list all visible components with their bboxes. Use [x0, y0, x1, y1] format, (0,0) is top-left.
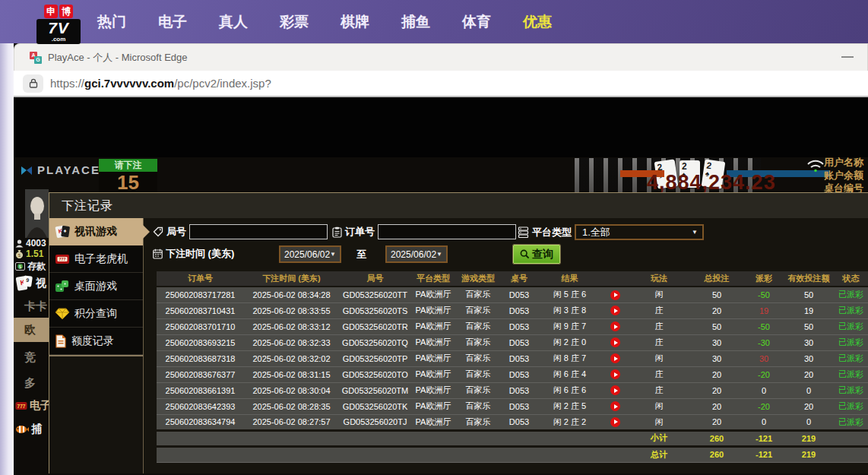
cell-result: 闲 5 庄 6	[537, 287, 602, 302]
cell-result: 闲 9 庄 7	[537, 318, 602, 334]
replay-play-icon[interactable]	[610, 401, 620, 411]
search-button[interactable]: 查询	[513, 245, 560, 264]
cell-bet-time: 2025-06-02 08:34:28	[244, 287, 339, 302]
replay-play-icon[interactable]	[610, 353, 620, 363]
tab-credit-records[interactable]: 额度记录	[49, 328, 143, 355]
cell-order-no: 250602083701710	[157, 318, 244, 334]
nav-item-boardgames[interactable]: 棋牌	[341, 12, 369, 32]
user-id-row: 4003	[15, 238, 46, 249]
cell-total-bet: 50	[690, 318, 743, 334]
document-icon	[55, 334, 67, 348]
rail-fishing-item[interactable]: 捕	[15, 423, 42, 436]
tab-points-query[interactable]: 积分查询	[49, 300, 143, 328]
account-balance-label: 账户余额	[824, 169, 868, 182]
replay-play-icon[interactable]	[610, 417, 620, 427]
cell-total-bet: 50	[690, 287, 743, 302]
cell-result: 闲 6 庄 6	[537, 382, 602, 398]
tab-slots[interactable]: 777 电子老虎机	[49, 245, 143, 273]
cell-game-type: 百家乐	[455, 414, 501, 430]
replay-play-icon[interactable]	[610, 337, 620, 347]
shenbo-7v-logo[interactable]: 申 博 7V .com	[36, 5, 81, 44]
cell-order-no: 250602083710431	[157, 302, 244, 318]
replay-play-icon[interactable]	[610, 369, 620, 379]
rail-jing-item[interactable]: 竞	[14, 350, 36, 365]
replay-play-icon[interactable]	[610, 290, 620, 300]
lobby-left-rail: 4003 $ 1.51 $ 存款 K9 视 卡卡 欧	[14, 173, 49, 473]
deposit-item[interactable]: $ 存款	[15, 260, 46, 273]
tab-live-games[interactable]: K♠ 视讯游戏	[49, 218, 143, 245]
grand-total-status-empty	[833, 446, 868, 462]
cell-play-type: 闲	[628, 350, 690, 366]
cell-status: 已派彩	[833, 366, 868, 382]
nav-item-hot[interactable]: 热门	[97, 12, 126, 32]
bet-records-table: 订单号下注时间 (美东)局号平台类型游戏类型桌号结果玩法总投注派彩有效投注额状态…	[157, 271, 868, 463]
nav-item-lottery[interactable]: 彩票	[280, 12, 309, 32]
url-path: /pc/pcv2/index.jsp?	[174, 77, 271, 90]
cell-result: 闲 2 庄 5	[537, 398, 602, 414]
column-header: 有效投注额	[784, 271, 833, 287]
rail-europe-item-selected[interactable]: 欧	[14, 318, 49, 342]
replay-play-icon[interactable]	[610, 385, 620, 395]
grand-total-label: 总计	[628, 446, 690, 462]
replay-play-icon[interactable]	[610, 321, 620, 331]
deposit-icon: $	[15, 262, 25, 271]
account-username-label: 用户名称	[824, 156, 868, 169]
clipboard-icon	[332, 226, 342, 238]
avatar[interactable]	[25, 189, 49, 238]
column-header: 平台类型	[411, 271, 455, 287]
cell-game-type: 百家乐	[455, 366, 501, 382]
nav-item-fishing[interactable]: 捕鱼	[401, 12, 430, 32]
rail-video-item[interactable]: K9 视	[15, 274, 46, 293]
nav-item-sports[interactable]: 体育	[462, 12, 491, 32]
column-header: 状态	[833, 271, 868, 287]
cell-status: 已派彩	[833, 414, 868, 430]
diamond-icon	[55, 308, 70, 320]
cell-game-type: 百家乐	[455, 382, 501, 398]
column-header: 游戏类型	[455, 271, 501, 287]
window-title: PlayAce - 个人 - Microsoft Edge	[48, 51, 188, 65]
nav-item-promotions[interactable]: 优惠	[523, 12, 552, 32]
cell-status: 已派彩	[833, 334, 868, 350]
rail-slots-label: 电子	[30, 399, 49, 413]
rail-duo-item[interactable]: 多	[14, 376, 36, 391]
grand-total-row: 总计 260 -121 219	[157, 446, 868, 462]
cell-payout: 0	[743, 414, 784, 430]
address-bar[interactable]: https://gci.7vvvvvv.com/pc/pcv2/index.js…	[14, 71, 868, 97]
tab-points-query-label: 积分查询	[74, 307, 117, 321]
tab-table-games[interactable]: 桌面游戏	[49, 273, 143, 300]
cell-replay	[602, 366, 628, 382]
subtotal-status-empty	[833, 430, 868, 446]
bet-time-filter: 下注时间 (美东)	[153, 247, 234, 261]
nav-item-slots[interactable]: 电子	[158, 12, 187, 32]
table-row: 250602083701710 2025-06-02 08:33:12 GD05…	[157, 318, 868, 334]
replay-play-icon[interactable]	[610, 306, 620, 315]
order-input[interactable]	[378, 224, 516, 239]
url-text[interactable]: https://gci.7vvvvvv.com/pc/pcv2/index.js…	[50, 77, 271, 90]
cell-payout: 0	[743, 382, 784, 398]
rail-slots-item[interactable]: 777 电子	[15, 399, 49, 413]
deposit-label: 存款	[27, 260, 46, 273]
database-icon	[518, 226, 529, 238]
to-label: 至	[356, 248, 366, 261]
round-input[interactable]	[189, 224, 328, 239]
date-to-select[interactable]: 2025/06/02 ▼	[385, 245, 448, 263]
cell-payout: -30	[743, 334, 784, 350]
svg-text:777: 777	[59, 257, 65, 261]
url-scheme: https://	[50, 77, 84, 90]
grand-total-total-bet: 260	[690, 446, 743, 462]
subtotal-valid-bet: 219	[784, 430, 833, 446]
cell-platform: PA欧洲厅	[411, 318, 455, 334]
cell-play-type: 庄	[628, 334, 690, 350]
site-nav: 热门 电子 真人 彩票 棋牌 捕鱼 体育 优惠	[97, 0, 552, 43]
cell-status: 已派彩	[833, 318, 868, 334]
minimize-button[interactable]	[841, 56, 854, 58]
rail-kaka-item[interactable]: 卡卡	[14, 299, 47, 314]
nav-item-live[interactable]: 真人	[219, 12, 248, 32]
platform-select-value: 1.全部	[582, 226, 610, 239]
grand-total-valid-bet: 219	[784, 446, 833, 462]
column-header	[602, 271, 628, 287]
tab-table-games-label: 桌面游戏	[74, 280, 117, 293]
platform-select[interactable]: 1.全部 ▼	[575, 224, 704, 240]
date-from-select[interactable]: 2025/06/02 ▼	[279, 245, 341, 263]
lock-icon[interactable]	[23, 74, 43, 93]
